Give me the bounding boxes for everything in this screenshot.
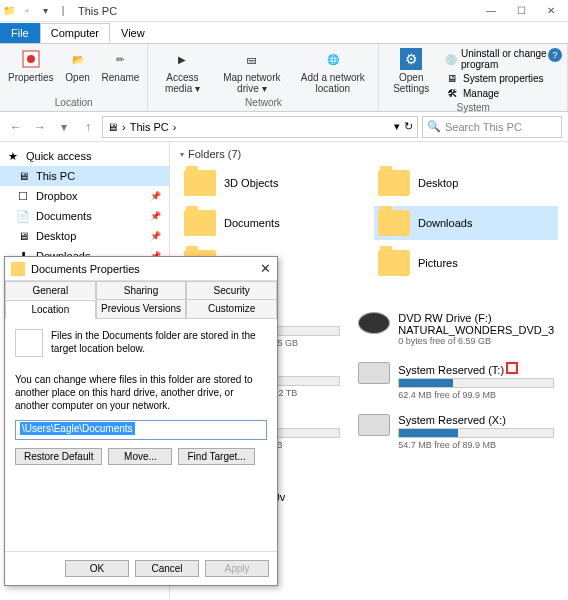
manage-button[interactable]: 🛠Manage [445, 86, 559, 100]
chevron-right-icon: › [122, 121, 126, 133]
qat-dropdown[interactable]: ▾ [38, 4, 52, 18]
breadcrumb[interactable]: This PC [130, 121, 169, 133]
folder-icon [378, 170, 410, 196]
map-drive-button[interactable]: 🖴Map network drive ▾ [215, 46, 290, 97]
history-dropdown[interactable]: ▾ [54, 117, 74, 137]
pin-icon: 📌 [150, 191, 161, 201]
settings-icon: ⚙ [400, 48, 422, 70]
media-icon: ▶ [171, 48, 193, 70]
tab-previous-versions[interactable]: Previous Versions [96, 299, 187, 318]
dialog-text: Files in the Documents folder are stored… [51, 329, 267, 355]
dialog-titlebar: Documents Properties ✕ [5, 257, 277, 281]
folder-icon: 📁 [2, 4, 16, 18]
dialog-tabs: General Sharing Security Location Previo… [5, 281, 277, 319]
tab-computer[interactable]: Computer [40, 23, 110, 43]
title-bar: 📁 ▫ ▾ | This PC — ☐ ✕ [0, 0, 568, 22]
dvd-icon [358, 312, 390, 334]
sidebar-this-pc[interactable]: 🖥This PC [0, 166, 169, 186]
quick-access-toolbar: 📁 ▫ ▾ | [2, 4, 70, 18]
navigation-bar: ← → ▾ ↑ 🖥 › This PC › ▾ ↻ 🔍 Search This … [0, 112, 568, 142]
cancel-button[interactable]: Cancel [135, 560, 199, 577]
close-button[interactable]: ✕ [536, 0, 566, 22]
qat-item[interactable]: ▫ [20, 4, 34, 18]
properties-button[interactable]: Properties [4, 46, 58, 97]
tab-customize[interactable]: Customize [186, 299, 277, 318]
tab-sharing[interactable]: Sharing [96, 281, 187, 299]
folder-item[interactable]: Downloads [374, 206, 558, 240]
dialog-close-button[interactable]: ✕ [260, 261, 271, 276]
drive-item[interactable]: DVD RW Drive (F:) NATURAL_WONDERS_DVD_30… [354, 308, 558, 352]
dialog-title: Documents Properties [31, 263, 140, 275]
tab-file[interactable]: File [0, 23, 40, 43]
dropdown-icon[interactable]: ▾ [394, 120, 400, 133]
system-properties-button[interactable]: 🖥System properties [445, 71, 559, 85]
apply-button[interactable]: Apply [205, 560, 269, 577]
open-button[interactable]: 📂Open [60, 46, 96, 97]
properties-icon [20, 48, 42, 70]
move-button[interactable]: Move... [108, 448, 172, 465]
folder-icon [184, 210, 216, 236]
ribbon: Properties 📂Open ✏Rename Location ▶Acces… [0, 44, 568, 112]
sysprops-icon: 🖥 [445, 71, 459, 85]
window-title: This PC [78, 5, 117, 17]
search-placeholder: Search This PC [445, 121, 522, 133]
folder-item[interactable]: Documents [180, 206, 364, 240]
divider: | [56, 4, 70, 18]
tab-view[interactable]: View [110, 23, 156, 43]
dialog-text: You can change where files in this folde… [15, 373, 267, 412]
restore-default-button[interactable]: Restore Default [15, 448, 102, 465]
dropbox-icon: ☐ [16, 189, 30, 203]
refresh-button[interactable]: ↻ [404, 120, 413, 133]
svg-point-1 [27, 55, 35, 63]
tab-general[interactable]: General [5, 281, 96, 299]
pin-icon: 📌 [150, 231, 161, 241]
rename-button[interactable]: ✏Rename [98, 46, 144, 97]
uninstall-icon: 💿 [445, 52, 457, 66]
address-bar[interactable]: 🖥 › This PC › ▾ ↻ [102, 116, 418, 138]
folder-icon [378, 250, 410, 276]
find-target-button[interactable]: Find Target... [178, 448, 254, 465]
folder-item[interactable]: Desktop [374, 166, 558, 200]
tab-location[interactable]: Location [5, 300, 96, 319]
document-icon [15, 329, 43, 357]
access-media-button[interactable]: ▶Access media ▾ [152, 46, 212, 97]
drive-icon [358, 362, 390, 384]
chevron-right-icon: › [173, 121, 177, 133]
document-icon: 📄 [16, 209, 30, 223]
add-location-icon: 🌐 [322, 48, 344, 70]
maximize-button[interactable]: ☐ [506, 0, 536, 22]
desktop-icon: 🖥 [16, 229, 30, 243]
open-settings-button[interactable]: ⚙Open Settings [383, 46, 439, 102]
up-button[interactable]: ↑ [78, 117, 98, 137]
pin-icon: 📌 [150, 211, 161, 221]
pc-icon: 🖥 [107, 121, 118, 133]
add-location-button[interactable]: 🌐Add a network location [291, 46, 374, 97]
drive-item[interactable]: System Reserved (X:)54.7 MB free of 89.9… [354, 410, 558, 454]
back-button[interactable]: ← [6, 117, 26, 137]
dialog-footer: OK Cancel Apply [5, 551, 277, 585]
star-icon: ★ [6, 149, 20, 163]
properties-dialog: Documents Properties ✕ General Sharing S… [4, 256, 278, 586]
dialog-body: Files in the Documents folder are stored… [5, 319, 277, 551]
forward-button[interactable]: → [30, 117, 50, 137]
sidebar-item[interactable]: 🖥Desktop📌 [0, 226, 169, 246]
sidebar-item[interactable]: 📄Documents📌 [0, 206, 169, 226]
location-path-input[interactable]: \Users\Eagle\Documents [15, 420, 267, 440]
search-icon: 🔍 [427, 120, 441, 133]
uninstall-button[interactable]: 💿Uninstall or change a program [445, 48, 559, 70]
section-header-folders[interactable]: Folders (7) [180, 148, 558, 160]
svg-text:⚙: ⚙ [405, 51, 418, 67]
manage-icon: 🛠 [445, 86, 459, 100]
help-icon[interactable]: ? [548, 48, 562, 62]
sidebar-item[interactable]: ☐Dropbox📌 [0, 186, 169, 206]
drive-item[interactable]: System Reserved (T:)62.4 MB free of 99.9… [354, 358, 558, 404]
folder-item[interactable]: 3D Objects [180, 166, 364, 200]
sidebar-quick-access[interactable]: ★Quick access [0, 146, 169, 166]
tab-security[interactable]: Security [186, 281, 277, 299]
minimize-button[interactable]: — [476, 0, 506, 22]
ok-button[interactable]: OK [65, 560, 129, 577]
drive-icon [358, 414, 390, 436]
pc-icon: 🖥 [16, 169, 30, 183]
folder-item[interactable]: Pictures [374, 246, 558, 280]
search-input[interactable]: 🔍 Search This PC [422, 116, 562, 138]
